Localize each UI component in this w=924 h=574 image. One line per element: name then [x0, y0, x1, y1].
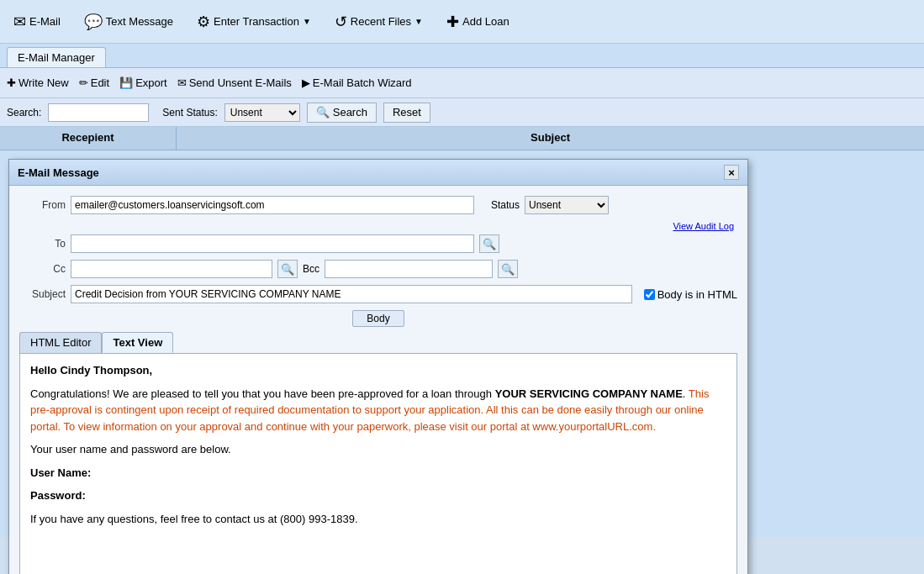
- bcc-label: Bcc: [303, 263, 319, 275]
- text-view-tab[interactable]: Text View: [102, 332, 173, 353]
- write-new-label: Write New: [18, 76, 69, 89]
- add-loan-label: Add Loan: [462, 15, 510, 28]
- status-label: Status: [491, 199, 520, 211]
- audit-row: View Audit Log: [19, 221, 734, 231]
- to-input[interactable]: [71, 234, 474, 253]
- recent-files-label: Recent Files: [351, 15, 411, 28]
- cc-label: Cc: [19, 263, 66, 275]
- export-button[interactable]: 💾 Export: [119, 76, 167, 89]
- recent-files-icon: ↺: [335, 13, 347, 31]
- bcc-input[interactable]: [325, 260, 493, 278]
- company-name-bold: YOUR SERVICING COMPANY NAME: [495, 387, 683, 400]
- from-label: From: [19, 199, 66, 211]
- username-label: User Name:: [30, 466, 91, 479]
- cc-search-button[interactable]: 🔍: [277, 260, 298, 278]
- modal-title: E-Mail Message: [18, 166, 99, 179]
- contact-line: If you have any questions, feel free to …: [30, 511, 726, 528]
- subject-label: Subject: [19, 288, 66, 300]
- editor-tabs: HTML Editor Text View: [19, 332, 737, 353]
- send-unsent-label: Send Unsent E-Mails: [189, 76, 292, 89]
- html-check: Body is in HTML: [644, 288, 737, 301]
- body-text-start: Congratulations! We are pleased to tell …: [30, 387, 709, 433]
- username-line: User Name:: [30, 465, 726, 482]
- from-status-row: From Status Unsent Sent: [19, 196, 737, 214]
- text-view-tab-label: Text View: [113, 336, 162, 349]
- cc-bcc-row: Cc 🔍 Bcc 🔍: [19, 260, 737, 278]
- batch-wizard-button[interactable]: ▶ E-Mail Batch Wizard: [302, 76, 412, 89]
- search-button[interactable]: 🔍 Search: [307, 103, 377, 123]
- enter-transaction-label: Enter Transaction: [214, 15, 299, 28]
- search-label: Search:: [7, 107, 41, 118]
- batch-wizard-icon: ▶: [302, 76, 310, 89]
- sent-status-select[interactable]: Unsent Sent All: [224, 103, 300, 122]
- username-password-intro: Your user name and password are below.: [30, 441, 726, 458]
- greeting-line: Hello Cindy Thompson,: [30, 362, 726, 379]
- table-header: Recepient Subject: [0, 127, 924, 150]
- html-editor-tab[interactable]: HTML Editor: [19, 332, 102, 353]
- export-icon: 💾: [119, 76, 133, 89]
- edit-label: Edit: [91, 76, 109, 89]
- add-loan-icon: ✚: [446, 13, 459, 31]
- modal-titlebar: E-Mail Message ×: [9, 160, 747, 186]
- send-unsent-icon: ✉: [177, 76, 187, 89]
- subject-col-label: Subject: [531, 131, 570, 144]
- top-toolbar: ✉ E-Mail 💬 Text Message ⚙ Enter Transact…: [0, 0, 924, 44]
- second-toolbar: ✚ Write New ✏ Edit 💾 Export ✉ Send Unsen…: [0, 68, 924, 98]
- bcc-search-button[interactable]: 🔍: [498, 260, 518, 278]
- edit-button[interactable]: ✏ Edit: [79, 76, 109, 89]
- view-audit-log-link[interactable]: View Audit Log: [673, 221, 734, 231]
- html-checkbox[interactable]: [644, 289, 655, 300]
- from-input[interactable]: [71, 196, 474, 214]
- email-button[interactable]: ✉ E-Mail: [8, 9, 66, 34]
- to-search-icon: 🔍: [483, 238, 496, 250]
- html-editor-tab-label: HTML Editor: [30, 336, 91, 349]
- status-select[interactable]: Unsent Sent: [525, 196, 609, 214]
- body-label-row: Body: [19, 310, 737, 327]
- search-button-label: Search: [333, 106, 367, 118]
- to-row: To 🔍: [19, 234, 737, 253]
- search-magnifier-icon: 🔍: [316, 106, 330, 118]
- batch-wizard-label: E-Mail Batch Wizard: [313, 76, 412, 89]
- email-manager-tab[interactable]: E-Mail Manager: [7, 47, 106, 67]
- text-message-label: Text Message: [106, 15, 173, 28]
- cc-search-icon: 🔍: [281, 263, 294, 276]
- add-loan-button[interactable]: ✚ Add Loan: [441, 9, 515, 34]
- recent-files-arrow: ▼: [414, 17, 423, 26]
- search-input[interactable]: [48, 103, 149, 122]
- email-label: E-Mail: [29, 15, 61, 28]
- below-text: Your user name and password are below.: [30, 443, 231, 456]
- password-line: Password:: [30, 487, 726, 504]
- close-icon: ×: [728, 166, 735, 179]
- bcc-search-icon: 🔍: [501, 263, 515, 276]
- subject-row: Subject Body is in HTML: [19, 285, 737, 303]
- to-label: To: [19, 238, 66, 250]
- enter-transaction-arrow: ▼: [303, 17, 311, 26]
- tab-row: E-Mail Manager: [0, 44, 924, 68]
- write-new-icon: ✚: [7, 76, 16, 89]
- reset-button-label: Reset: [393, 106, 421, 118]
- html-check-label: Body is in HTML: [657, 288, 737, 301]
- body-label: Body: [352, 310, 404, 327]
- reset-button[interactable]: Reset: [383, 103, 430, 123]
- email-message-modal: E-Mail Message × From Status Unsent Sent: [8, 159, 748, 574]
- recipient-col-label: Recepient: [61, 131, 114, 144]
- body-paragraph: Congratulations! We are pleased to tell …: [30, 386, 726, 435]
- enter-transaction-icon: ⚙: [197, 13, 210, 31]
- send-unsent-button[interactable]: ✉ Send Unsent E-Mails: [177, 76, 292, 89]
- text-message-button[interactable]: 💬 Text Message: [79, 9, 178, 34]
- to-search-button[interactable]: 🔍: [479, 234, 499, 253]
- contact-text: If you have any questions, feel free to …: [30, 513, 358, 525]
- write-new-button[interactable]: ✚ Write New: [7, 76, 69, 89]
- email-body-container[interactable]: Hello Cindy Thompson, Congratulations! W…: [19, 353, 737, 574]
- cc-input[interactable]: [71, 260, 272, 278]
- recent-files-button[interactable]: ↺ Recent Files ▼: [330, 9, 428, 34]
- enter-transaction-button[interactable]: ⚙ Enter Transaction ▼: [192, 9, 316, 34]
- password-label: Password:: [30, 489, 86, 502]
- recipient-column-header: Recepient: [0, 127, 177, 150]
- email-icon: ✉: [13, 13, 26, 31]
- modal-close-button[interactable]: ×: [724, 165, 739, 180]
- tab-label: E-Mail Manager: [18, 51, 95, 64]
- subject-input[interactable]: [71, 285, 632, 303]
- sent-status-label: Sent Status:: [162, 107, 217, 118]
- subject-column-header: Subject: [177, 127, 924, 150]
